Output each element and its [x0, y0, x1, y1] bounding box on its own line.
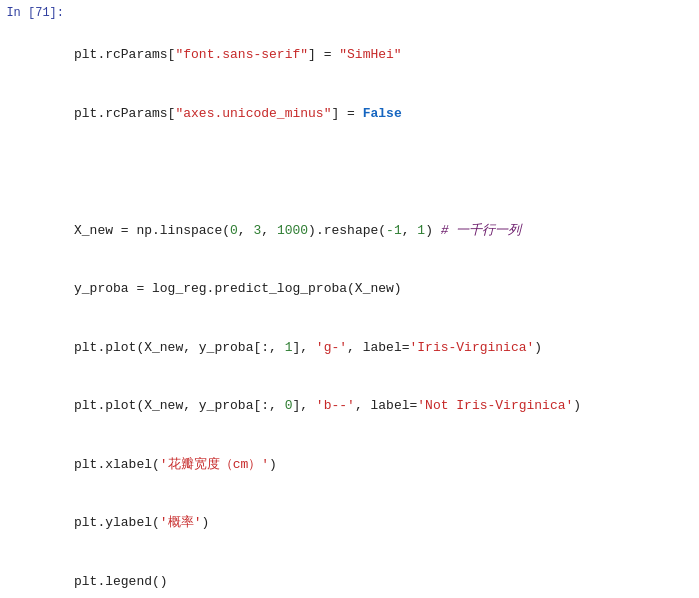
cell-in-71: In [71]: plt.rcParams["font.sans-serif"]… — [0, 0, 699, 598]
code-line-6: plt.plot(X_new, y_proba[:, 0], 'b--', la… — [74, 396, 695, 416]
code-line-9: plt.legend() — [74, 572, 695, 592]
code-line-1: plt.rcParams["font.sans-serif"] = "SimHe… — [74, 45, 695, 65]
code-line-2: plt.rcParams["axes.unicode_minus"] = Fal… — [74, 104, 695, 124]
code-line-5: plt.plot(X_new, y_proba[:, 1], 'g-', lab… — [74, 338, 695, 358]
code-line-blank — [74, 162, 695, 182]
code-line-7: plt.xlabel('花瓣宽度（cm）') — [74, 455, 695, 475]
code-line-8: plt.ylabel('概率') — [74, 513, 695, 533]
code-block-71: plt.rcParams["font.sans-serif"] = "SimHe… — [70, 4, 699, 598]
code-line-4: y_proba = log_reg.predict_log_proba(X_ne… — [74, 279, 695, 299]
code-line-3: X_new = np.linspace(0, 3, 1000).reshape(… — [74, 221, 695, 241]
cell-label-71: In [71]: — [0, 4, 70, 22]
cell-row-71: In [71]: plt.rcParams["font.sans-serif"]… — [0, 0, 699, 598]
